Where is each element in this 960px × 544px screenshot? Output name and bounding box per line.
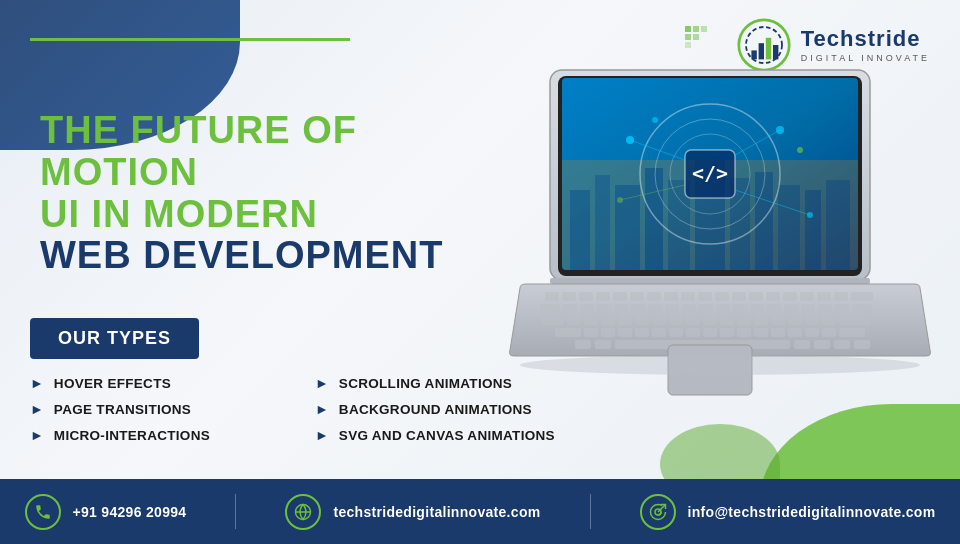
- svg-text:</>: </>: [692, 161, 728, 185]
- footer-phone: +91 94296 20994: [25, 494, 187, 530]
- svg-rect-20: [645, 168, 663, 270]
- svg-rect-123: [854, 340, 870, 349]
- svg-rect-102: [601, 328, 615, 337]
- feature-label: MICRO-INTERACTIONS: [54, 428, 210, 443]
- svg-rect-46: [579, 292, 593, 301]
- svg-rect-120: [794, 340, 810, 349]
- svg-rect-64: [563, 304, 577, 313]
- svg-rect-47: [596, 292, 610, 301]
- svg-rect-82: [542, 316, 564, 325]
- svg-rect-25: [778, 185, 800, 270]
- svg-rect-70: [665, 304, 679, 313]
- svg-rect-110: [737, 328, 751, 337]
- svg-rect-48: [613, 292, 627, 301]
- svg-rect-81: [852, 304, 872, 313]
- svg-rect-71: [682, 304, 696, 313]
- svg-rect-80: [835, 304, 849, 313]
- svg-rect-53: [698, 292, 712, 301]
- svg-rect-94: [754, 316, 768, 325]
- svg-rect-59: [800, 292, 814, 301]
- svg-rect-55: [732, 292, 746, 301]
- svg-rect-27: [826, 180, 850, 270]
- feature-label: SVG AND CANVAS ANIMATIONS: [339, 428, 555, 443]
- footer-email: info@techstridedigitalinnovate.com: [640, 494, 936, 530]
- svg-rect-107: [686, 328, 700, 337]
- list-item: ► MICRO-INTERACTIONS: [30, 427, 285, 443]
- footer-divider-1: [235, 494, 236, 529]
- arrow-icon: ►: [315, 375, 329, 391]
- svg-rect-108: [703, 328, 717, 337]
- svg-rect-95: [771, 316, 785, 325]
- email-text: info@techstridedigitalinnovate.com: [688, 504, 936, 520]
- svg-rect-11: [773, 45, 778, 59]
- svg-rect-8: [751, 50, 756, 59]
- svg-rect-109: [720, 328, 734, 337]
- svg-rect-114: [805, 328, 819, 337]
- svg-rect-90: [686, 316, 700, 325]
- svg-rect-68: [631, 304, 645, 313]
- arrow-icon: ►: [30, 427, 44, 443]
- svg-rect-111: [754, 328, 768, 337]
- list-item: ► SVG AND CANVAS ANIMATIONS: [315, 427, 570, 443]
- svg-rect-89: [669, 316, 683, 325]
- phone-icon: [25, 494, 61, 530]
- globe-icon: [285, 494, 321, 530]
- svg-rect-69: [648, 304, 662, 313]
- footer-website: techstridedigitalinnovate.com: [285, 494, 540, 530]
- svg-rect-44: [545, 292, 559, 301]
- svg-rect-76: [767, 304, 781, 313]
- svg-rect-65: [580, 304, 594, 313]
- arrow-icon: ►: [30, 401, 44, 417]
- svg-rect-104: [635, 328, 649, 337]
- feature-label: SCROLLING ANIMATIONS: [339, 376, 512, 391]
- svg-rect-122: [834, 340, 850, 349]
- svg-rect-97: [805, 316, 819, 325]
- svg-rect-118: [595, 340, 611, 349]
- svg-rect-92: [720, 316, 734, 325]
- headline-area: THE FUTURE OF MOTION UI IN MODERN WEB DE…: [40, 110, 520, 277]
- svg-rect-112: [771, 328, 785, 337]
- svg-rect-51: [664, 292, 678, 301]
- svg-rect-0: [685, 26, 691, 32]
- svg-rect-78: [801, 304, 815, 313]
- features-list: ► HOVER EFFECTS ► SCROLLING ANIMATIONS ►…: [30, 375, 570, 443]
- svg-rect-60: [817, 292, 831, 301]
- svg-rect-4: [693, 34, 699, 40]
- svg-rect-49: [630, 292, 644, 301]
- footer-bar: +91 94296 20994 techstridedigitalinnovat…: [0, 479, 960, 544]
- svg-rect-84: [584, 316, 598, 325]
- footer-divider-2: [590, 494, 591, 529]
- svg-rect-56: [749, 292, 763, 301]
- svg-rect-2: [701, 26, 707, 32]
- svg-rect-9: [758, 43, 763, 59]
- svg-rect-63: [540, 304, 560, 313]
- logo-text: Techstride DIGITAL INNOVATE: [801, 27, 930, 62]
- svg-rect-96: [788, 316, 802, 325]
- svg-rect-93: [737, 316, 751, 325]
- headline-line3: WEB DEVELOPMENT: [40, 235, 520, 277]
- svg-rect-86: [618, 316, 632, 325]
- svg-rect-74: [733, 304, 747, 313]
- laptop-illustration: </>: [500, 60, 940, 420]
- svg-rect-52: [681, 292, 695, 301]
- svg-rect-103: [618, 328, 632, 337]
- svg-rect-61: [834, 292, 848, 301]
- headline-line2: UI IN MODERN: [40, 194, 520, 236]
- top-accent-line: [30, 38, 350, 41]
- svg-point-125: [520, 355, 920, 375]
- svg-rect-3: [685, 34, 691, 40]
- arrow-icon: ►: [315, 427, 329, 443]
- list-item: ► PAGE TRANSITIONS: [30, 401, 285, 417]
- svg-rect-115: [822, 328, 836, 337]
- svg-rect-88: [652, 316, 666, 325]
- svg-rect-5: [685, 42, 691, 48]
- svg-rect-54: [715, 292, 729, 301]
- phone-text: +91 94296 20994: [73, 504, 187, 520]
- svg-rect-18: [595, 175, 610, 270]
- svg-rect-99: [839, 316, 871, 325]
- svg-rect-98: [822, 316, 836, 325]
- svg-rect-50: [647, 292, 661, 301]
- svg-rect-121: [814, 340, 830, 349]
- arrow-icon: ►: [315, 401, 329, 417]
- svg-rect-57: [766, 292, 780, 301]
